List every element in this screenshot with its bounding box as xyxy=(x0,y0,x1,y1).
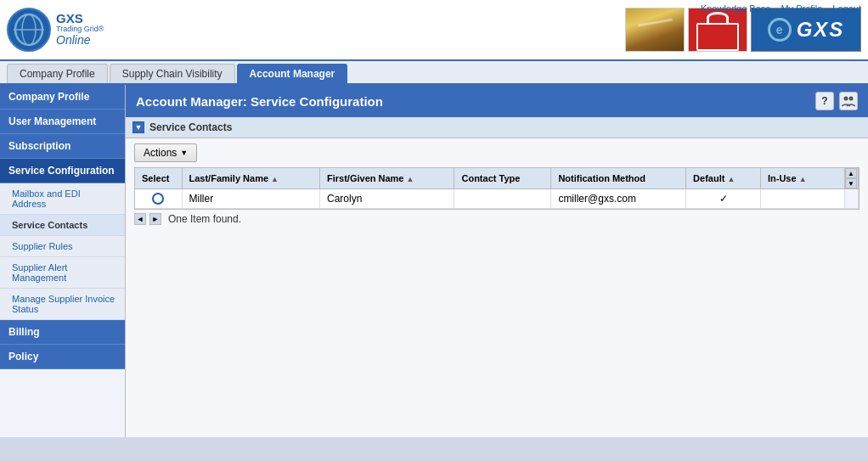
header-icons: ? xyxy=(815,92,858,110)
my-profile-link[interactable]: My Profile xyxy=(781,3,822,14)
col-scroll: ▲ ▼ xyxy=(845,168,859,189)
tab-operations[interactable]: Company Profile xyxy=(7,64,108,83)
knowledge-base-link[interactable]: Knowledge Base xyxy=(701,3,771,14)
col-last-name[interactable]: Last/Family Name ▲ xyxy=(182,168,320,189)
tab-account-manager[interactable]: Account Manager xyxy=(237,64,348,83)
sidebar-item-supplier-rules[interactable]: Supplier Rules xyxy=(0,236,125,257)
sidebar-item-user-management[interactable]: User Management xyxy=(0,110,125,134)
table-row: Miller Carolyn cmiller@gxs.com ✓ xyxy=(135,189,859,209)
help-icon-btn[interactable]: ? xyxy=(815,92,834,110)
col-default[interactable]: Default ▲ xyxy=(686,168,761,189)
col-first-name[interactable]: First/Given Name ▲ xyxy=(320,168,454,189)
scroll-left-btn[interactable]: ◄ xyxy=(134,213,146,225)
cell-last-name: Miller xyxy=(182,189,320,209)
section-title: Service Contacts xyxy=(149,121,232,133)
sidebar-item-service-contacts[interactable]: Service Contacts xyxy=(0,215,125,236)
sidebar-sub-items: Mailbox and EDI Address Service Contacts… xyxy=(0,183,125,320)
banner-image-3: e GXS xyxy=(751,8,861,52)
sidebar-item-company-profile[interactable]: Company Profile xyxy=(0,85,125,110)
cell-scroll-col xyxy=(845,189,859,209)
sidebar-item-billing[interactable]: Billing xyxy=(0,320,125,345)
data-table: Select Last/Family Name ▲ First/Given Na… xyxy=(135,168,859,209)
sidebar-item-service-configuration[interactable]: Service Configuration xyxy=(0,159,125,183)
content-header: Account Manager: Service Configuration ? xyxy=(126,85,868,117)
sidebar-item-policy[interactable]: Policy xyxy=(0,345,125,369)
scroll-right-btn[interactable]: ► xyxy=(149,213,161,225)
actions-button[interactable]: Actions ▼ xyxy=(134,143,197,162)
table-footer: ◄ ► One Item found. xyxy=(134,213,860,225)
gxs-brand-text: GXS xyxy=(797,18,845,42)
page-title: Account Manager: Service Configuration xyxy=(136,94,383,109)
content-area: Account Manager: Service Configuration ?… xyxy=(126,85,868,437)
sidebar-item-mailbox[interactable]: Mailbox and EDI Address xyxy=(0,183,125,215)
item-count: One Item found. xyxy=(168,213,241,225)
cell-first-name: Carolyn xyxy=(320,189,454,209)
cell-notification: cmiller@gxs.com xyxy=(551,189,686,209)
logout-link[interactable]: Logout xyxy=(832,3,861,14)
logo-text: GXS Trading Grid® Online xyxy=(56,12,104,48)
col-inuse[interactable]: In-Use ▲ xyxy=(760,168,844,189)
cell-default: ✓ xyxy=(686,189,761,209)
scroll-up-btn[interactable]: ▲ xyxy=(845,168,857,178)
scroll-down-btn[interactable]: ▼ xyxy=(845,178,857,188)
table-container: Select Last/Family Name ▲ First/Given Na… xyxy=(134,167,860,210)
col-select: Select xyxy=(135,168,182,189)
cell-select xyxy=(135,189,182,209)
logo: GXS Trading Grid® Online xyxy=(7,8,104,52)
svg-point-4 xyxy=(844,97,848,101)
sidebar-item-supplier-alert[interactable]: Supplier Alert Management xyxy=(0,257,125,289)
cell-inuse xyxy=(760,189,844,209)
col-notification: Notification Method xyxy=(551,168,686,189)
sidebar-item-subscription[interactable]: Subscription xyxy=(0,134,125,159)
row-radio-button[interactable] xyxy=(152,193,164,205)
banner-image-2 xyxy=(688,8,747,52)
users-icon-btn[interactable] xyxy=(839,92,858,110)
actions-bar: Actions ▼ xyxy=(126,138,868,167)
sidebar-item-manage-invoice[interactable]: Manage Supplier Invoice Status xyxy=(0,289,125,320)
tab-supply-chain[interactable]: Supply Chain Visibility xyxy=(110,64,235,83)
svg-point-5 xyxy=(849,97,854,101)
cell-contact-type xyxy=(454,189,551,209)
collapse-button[interactable]: ▼ xyxy=(132,121,144,133)
logo-icon xyxy=(7,8,51,52)
nav-tabs: Company Profile Supply Chain Visibility … xyxy=(0,61,868,85)
section-title-bar: ▼ Service Contacts xyxy=(126,117,868,138)
actions-dropdown-arrow: ▼ xyxy=(180,149,188,157)
gxs-e-logo: e xyxy=(768,18,792,42)
banner-image-1 xyxy=(625,8,685,52)
sidebar: Company Profile User Management Subscrip… xyxy=(0,85,126,437)
col-contact-type: Contact Type xyxy=(454,168,551,189)
